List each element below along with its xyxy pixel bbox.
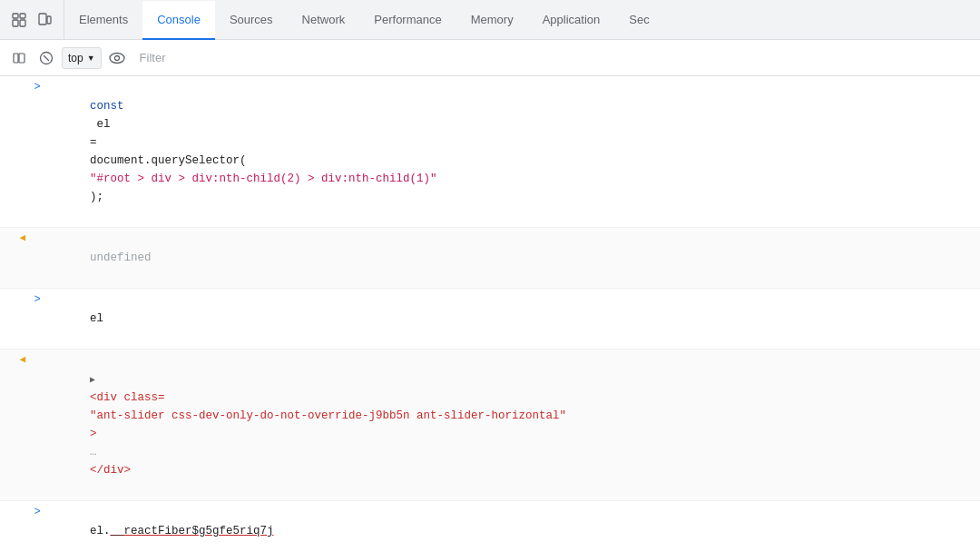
inspect-icon[interactable] xyxy=(9,10,29,30)
svg-rect-6 xyxy=(14,54,18,63)
svg-line-9 xyxy=(44,55,49,61)
console-line-2: ◀ undefined xyxy=(0,228,980,289)
context-dropdown-arrow: ▼ xyxy=(87,54,95,63)
svg-point-10 xyxy=(110,53,124,63)
clear-console-icon[interactable] xyxy=(34,46,58,70)
svg-rect-2 xyxy=(20,14,25,18)
svg-rect-7 xyxy=(19,54,24,63)
expand-arrow-4[interactable] xyxy=(90,373,95,385)
prompt-3: > xyxy=(29,290,45,309)
console-toolbar: top ▼ xyxy=(0,40,980,76)
svg-rect-0 xyxy=(13,14,18,18)
tab-bar: Elements Console Sources Network Perform… xyxy=(0,0,980,40)
line-gutter-4: ◀ xyxy=(0,350,29,369)
line-gutter-1 xyxy=(0,77,29,79)
devtools-icons xyxy=(0,0,64,39)
line-content-2: undefined xyxy=(45,229,980,287)
svg-point-11 xyxy=(114,55,119,60)
svg-rect-5 xyxy=(47,16,51,24)
console-output: > const el = document.querySelector( "#r… xyxy=(0,76,980,552)
tab-performance[interactable]: Performance xyxy=(359,1,456,40)
line-content-1: const el = document.querySelector( "#roo… xyxy=(45,77,980,226)
svg-rect-1 xyxy=(13,20,18,26)
sidebar-toggle-icon[interactable] xyxy=(7,46,31,70)
console-line-1: > const el = document.querySelector( "#r… xyxy=(0,76,980,228)
filter-input[interactable] xyxy=(132,45,973,71)
line-gutter-3 xyxy=(0,290,29,291)
line-content-5: el.__reactFiber$g5gfe5riq7j xyxy=(45,502,980,552)
tab-application[interactable]: Application xyxy=(528,1,615,40)
context-label: top xyxy=(68,52,83,64)
device-icon[interactable] xyxy=(34,10,54,30)
line-gutter-5 xyxy=(0,502,29,504)
tab-elements[interactable]: Elements xyxy=(64,1,142,40)
tab-sources[interactable]: Sources xyxy=(215,1,288,40)
prompt-2 xyxy=(29,229,45,231)
prompt-5: > xyxy=(29,502,45,521)
eye-icon[interactable] xyxy=(105,46,129,70)
svg-rect-3 xyxy=(20,20,25,26)
context-selector[interactable]: top ▼ xyxy=(62,47,102,69)
tab-network[interactable]: Network xyxy=(288,1,360,40)
console-line-5: > el.__reactFiber$g5gfe5riq7j xyxy=(0,501,980,552)
console-line-3: > el xyxy=(0,289,980,350)
line-content-3: el xyxy=(45,290,980,348)
line-content-4: <div class= "ant-slider css-dev-only-do-… xyxy=(45,350,980,499)
line-gutter-2: ◀ xyxy=(0,229,29,247)
prompt-4 xyxy=(29,350,45,352)
prompt-1: > xyxy=(29,77,45,96)
tab-memory[interactable]: Memory xyxy=(456,1,528,40)
tab-security[interactable]: Sec xyxy=(614,1,663,40)
svg-rect-4 xyxy=(39,14,46,25)
console-line-4: ◀ <div class= "ant-slider css-dev-only-d… xyxy=(0,350,980,501)
tab-console[interactable]: Console xyxy=(142,1,215,40)
